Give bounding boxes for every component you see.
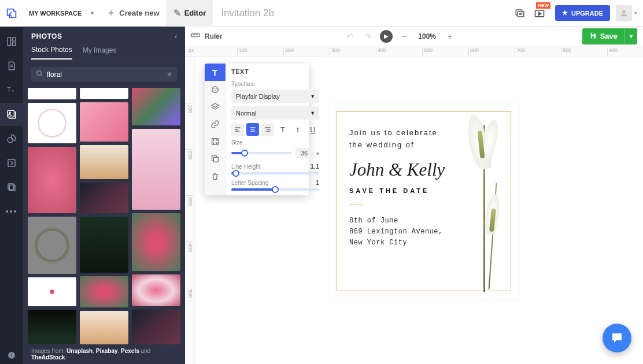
size-slider[interactable]: [231, 152, 292, 154]
photo-thumb[interactable]: [28, 88, 76, 99]
align-center-button[interactable]: [246, 123, 259, 136]
card-info-2[interactable]: 869 Lexington Avenue,: [349, 226, 498, 237]
align-right-button[interactable]: [261, 123, 274, 136]
search-input[interactable]: [47, 70, 167, 79]
photo-thumb[interactable]: [80, 311, 128, 344]
photo-thumb[interactable]: [80, 183, 128, 213]
photo-thumb[interactable]: [80, 102, 128, 142]
save-dropdown-caret[interactable]: ▾: [624, 29, 637, 43]
star-icon: ★: [562, 9, 568, 17]
card-names[interactable]: John & Kelly: [349, 159, 498, 180]
card-line1[interactable]: Join us to celebrate: [349, 127, 498, 139]
photo-thumb[interactable]: [80, 88, 128, 99]
photo-thumb[interactable]: [132, 274, 180, 306]
rail-templates[interactable]: [0, 30, 23, 53]
undo-button[interactable]: ↶: [343, 29, 357, 43]
tp-tab-duplicate[interactable]: [205, 150, 226, 168]
redo-button[interactable]: ↷: [361, 29, 375, 43]
tp-tab-color[interactable]: [205, 81, 226, 98]
photo-thumb[interactable]: [28, 310, 76, 344]
video-tutorial-icon[interactable]: NEW: [530, 0, 549, 27]
chat-support-button[interactable]: [603, 324, 631, 352]
letter-spacing-slider[interactable]: [231, 188, 319, 191]
photo-thumb[interactable]: [132, 88, 180, 125]
svg-point-39: [216, 140, 217, 140]
svg-point-34: [216, 88, 217, 90]
font-weight-select[interactable]: Normal▾: [231, 106, 319, 120]
photo-thumb[interactable]: [132, 129, 180, 210]
caret-down-icon[interactable]: ▾: [316, 150, 319, 157]
font-family-select[interactable]: Playfair Display▾: [231, 90, 319, 103]
comments-icon[interactable]: [510, 0, 530, 27]
play-button[interactable]: ▶: [380, 30, 393, 43]
photo-thumb[interactable]: [28, 217, 76, 274]
card-info-1[interactable]: 8th of June: [349, 216, 498, 226]
photo-thumb[interactable]: [80, 276, 128, 307]
tab-stock-photos[interactable]: Stock Photos: [31, 46, 72, 60]
zoom-in-button[interactable]: +: [443, 29, 457, 43]
photo-thumb[interactable]: [28, 147, 76, 213]
app-logo[interactable]: [0, 0, 23, 27]
svg-marker-36: [212, 103, 219, 107]
photo-thumb[interactable]: [80, 217, 128, 273]
collapse-panel-icon[interactable]: ‹: [175, 32, 177, 40]
user-menu-caret[interactable]: ▾: [634, 10, 637, 16]
search-box: ✕: [31, 67, 177, 82]
pencil-icon: ✎: [173, 8, 181, 18]
align-left-button[interactable]: [231, 123, 244, 136]
rail-pages[interactable]: [0, 54, 23, 77]
svg-rect-42: [213, 157, 218, 162]
rail-text[interactable]: TT: [0, 79, 23, 102]
line-height-slider[interactable]: [231, 172, 319, 174]
canvas[interactable]: T TEXT Typeface Playfair Display▾ Normal…: [195, 57, 643, 364]
tab-my-images[interactable]: My Images: [83, 46, 117, 59]
svg-point-6: [622, 10, 625, 13]
save-button[interactable]: Save ▾: [582, 28, 637, 44]
panel-tabs: Stock Photos My Images: [23, 44, 185, 61]
card-save-date[interactable]: SAVE THE DATE: [349, 187, 498, 194]
tp-tab-layers[interactable]: [205, 98, 226, 116]
zoom-level[interactable]: 100%: [418, 32, 436, 40]
tp-tab-link[interactable]: [205, 116, 226, 133]
svg-point-38: [213, 140, 213, 140]
svg-text:T: T: [12, 89, 14, 94]
caret-down-icon: ▾: [91, 10, 94, 16]
workspace-dropdown[interactable]: MY WORKSPACE▾: [23, 10, 99, 17]
svg-rect-19: [9, 185, 15, 191]
ruler-icon[interactable]: [191, 31, 200, 42]
rail-shapes[interactable]: [0, 127, 23, 150]
uppercase-button[interactable]: T: [276, 123, 289, 136]
clear-search-icon[interactable]: ✕: [167, 70, 172, 79]
tp-tab-delete[interactable]: [205, 168, 226, 185]
rail-info-icon[interactable]: i: [0, 347, 23, 364]
photo-thumb[interactable]: [132, 310, 180, 344]
size-value[interactable]: 36: [295, 148, 313, 158]
panel-title: PHOTOS: [31, 32, 62, 40]
photo-thumb[interactable]: [28, 277, 76, 306]
photo-thumb[interactable]: [132, 213, 180, 271]
card-line2[interactable]: the wedding of: [349, 139, 498, 151]
svg-rect-37: [212, 139, 218, 145]
rail-duplicate[interactable]: [0, 176, 23, 199]
zoom-out-button[interactable]: −: [397, 29, 411, 43]
upgrade-button[interactable]: ★ UPGRADE: [555, 5, 610, 21]
user-avatar[interactable]: [616, 5, 632, 21]
rail-export[interactable]: [0, 151, 23, 174]
caret-down-icon: ▾: [311, 109, 315, 117]
tp-tab-text[interactable]: T: [205, 64, 226, 81]
panel-footer: Images from: Unsplash, Pixabay, Pexels a…: [23, 344, 185, 364]
rail-photos[interactable]: [0, 103, 23, 126]
lowercase-button[interactable]: t: [291, 123, 304, 136]
editor-button[interactable]: ✎ Editor: [167, 0, 213, 27]
rail-more[interactable]: •••: [0, 200, 23, 223]
photo-thumb[interactable]: [80, 145, 128, 179]
canvas-card[interactable]: Join us to celebrate the wedding of John…: [328, 103, 519, 299]
underline-button[interactable]: U: [306, 123, 319, 136]
tp-tab-effects[interactable]: [205, 133, 226, 150]
svg-text:T: T: [8, 86, 12, 93]
card-info-3[interactable]: New York City: [349, 237, 498, 248]
create-new-button[interactable]: ＋ Create new: [99, 0, 166, 27]
photo-thumb[interactable]: [28, 103, 76, 143]
document-title[interactable]: Invitation 2b: [221, 8, 274, 19]
canvas-wrap: 100 200 300 400 500 T: [185, 57, 643, 364]
